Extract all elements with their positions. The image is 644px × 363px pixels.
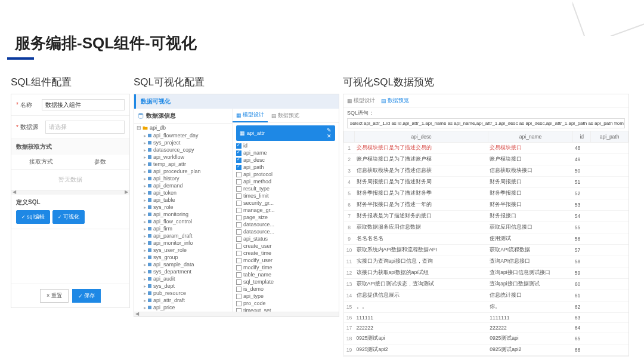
checkbox-icon[interactable] bbox=[236, 287, 242, 292]
tab-fetch-method[interactable]: 接取方式 bbox=[11, 155, 70, 170]
checkbox-icon[interactable] bbox=[236, 172, 242, 177]
table-row[interactable]: 1交易模块接口是为了描述交易的交易模块接口48 bbox=[344, 143, 628, 154]
field-item[interactable]: security_gr... bbox=[236, 199, 335, 207]
col-header[interactable]: api_path bbox=[591, 131, 628, 143]
table-item[interactable]: api_flowmeter_day bbox=[134, 132, 232, 139]
table-item[interactable]: api_audit bbox=[134, 275, 232, 282]
save-button[interactable]: ✓保存 bbox=[72, 289, 101, 303]
sql-editor-area[interactable] bbox=[11, 229, 129, 284]
table-item[interactable]: api_token bbox=[134, 189, 232, 196]
tab-data-preview[interactable]: ▤数据预览 bbox=[381, 97, 409, 104]
checkbox-icon[interactable] bbox=[236, 186, 242, 192]
checkbox-icon[interactable] bbox=[236, 229, 242, 235]
table-row[interactable]: 12该接口为获取api数据的api试组查询api接口信息测试接口59 bbox=[344, 267, 628, 279]
reset-button[interactable]: × 重置 bbox=[40, 289, 69, 303]
col-header[interactable]: api_name bbox=[488, 131, 572, 143]
checkbox-icon[interactable] bbox=[236, 143, 242, 149]
table-item[interactable]: api_firm bbox=[134, 225, 232, 232]
table-item[interactable]: pub_resource bbox=[134, 290, 232, 297]
table-row[interactable]: 2账户模块接口是为了描述账户模账户模块接口49 bbox=[344, 154, 628, 165]
checkbox-icon[interactable] bbox=[236, 208, 242, 213]
field-item[interactable]: modify_time bbox=[236, 264, 335, 271]
table-item[interactable]: api_monitoring bbox=[134, 211, 232, 218]
checkbox-icon[interactable] bbox=[236, 193, 242, 199]
btn-sql-edit[interactable]: ✓sql编辑 bbox=[16, 210, 50, 224]
table-row[interactable]: 10获取系统内API数据和流程数据API获取API流程数据57 bbox=[344, 245, 628, 256]
table-item[interactable]: api_attr_draft bbox=[134, 297, 232, 304]
field-item[interactable]: page_size bbox=[236, 214, 335, 221]
table-row[interactable]: 16111111111111163 bbox=[344, 313, 628, 323]
field-item[interactable]: datasource... bbox=[236, 221, 335, 228]
checkbox-icon[interactable] bbox=[236, 244, 242, 249]
checkbox-icon[interactable] bbox=[236, 265, 242, 270]
field-item[interactable]: api_protocol bbox=[236, 171, 335, 178]
field-item[interactable]: api_name bbox=[236, 149, 335, 156]
col-header[interactable] bbox=[344, 131, 355, 143]
table-row[interactable]: 1722222222222264 bbox=[344, 323, 628, 333]
checkbox-icon[interactable] bbox=[236, 201, 242, 206]
table-row[interactable]: 4财务周报接口是为了描述财务周财务周报接口51 bbox=[344, 177, 628, 188]
table-row[interactable]: 6财务半报接口是为了描述一年的财务半报接口53 bbox=[344, 199, 628, 211]
field-item[interactable]: times_limit bbox=[236, 192, 335, 199]
tab-data-preview[interactable]: ▤数据预览 bbox=[268, 109, 303, 122]
table-item[interactable]: sys_dept bbox=[134, 282, 232, 290]
field-item[interactable]: datasource... bbox=[236, 228, 335, 235]
checkbox-icon[interactable] bbox=[236, 222, 242, 227]
field-item[interactable]: timeout_set bbox=[236, 307, 335, 312]
field-item[interactable]: api_path bbox=[236, 164, 335, 171]
table-item[interactable]: api_history bbox=[134, 175, 232, 182]
table-row[interactable]: 3信息获取模块是为了描述信息获信息获取模块接口50 bbox=[344, 165, 628, 177]
tab-param[interactable]: 参数 bbox=[70, 155, 129, 170]
panel2-hscroll[interactable] bbox=[134, 312, 339, 316]
field-item[interactable]: result_type bbox=[236, 185, 335, 192]
table-item[interactable]: sys_project bbox=[134, 139, 232, 146]
hscroll[interactable] bbox=[11, 190, 129, 195]
table-row[interactable]: 13获取API接口测试状态，查询测试查询api接口数据测试60 bbox=[344, 279, 628, 290]
checkbox-icon[interactable] bbox=[236, 165, 242, 170]
field-item[interactable]: api_desc bbox=[236, 156, 335, 164]
table-item[interactable]: api_demand bbox=[134, 182, 232, 189]
table-row[interactable]: 5财务季报接口是为了描述财务季财务季报接口52 bbox=[344, 188, 628, 199]
table-row[interactable]: 190925测试api20925测试api266 bbox=[344, 344, 628, 356]
selected-table-chip[interactable]: ▦api_attr ✎ ✕ bbox=[236, 125, 335, 141]
table-item[interactable]: sys_role bbox=[134, 204, 232, 211]
checkbox-icon[interactable] bbox=[236, 258, 242, 263]
table-row[interactable]: 180925测试api0925测试api65 bbox=[344, 333, 628, 344]
checkbox-icon[interactable] bbox=[236, 294, 242, 299]
field-item[interactable]: sql_template bbox=[236, 278, 335, 285]
table-item[interactable]: sys_group bbox=[134, 254, 232, 261]
checkbox-icon[interactable] bbox=[236, 272, 242, 278]
table-item[interactable]: api_price bbox=[134, 304, 232, 311]
table-item[interactable]: api_monitor_info bbox=[134, 239, 232, 247]
field-item[interactable]: table_name bbox=[236, 271, 335, 278]
field-item[interactable]: modify_user bbox=[236, 257, 335, 264]
name-input[interactable] bbox=[42, 99, 125, 110]
checkbox-icon[interactable] bbox=[236, 279, 242, 285]
sql-text[interactable]: select api_attr_1.id as id,api_attr_1.ap… bbox=[347, 118, 625, 128]
table-row[interactable]: 8获取数据服务应用信息数据获取应用信息接口55 bbox=[344, 222, 628, 233]
table-item[interactable]: sys_user_role bbox=[134, 247, 232, 254]
db-root[interactable]: ⊟ api_db bbox=[134, 124, 232, 132]
table-item[interactable]: sys_department bbox=[134, 268, 232, 275]
field-item[interactable]: create_time bbox=[236, 250, 335, 257]
table-row[interactable]: 11实接口为查询api接口信息，查询查询API信息接口58 bbox=[344, 256, 628, 267]
table-item[interactable]: temp_api_attr bbox=[134, 161, 232, 168]
tab-model-design[interactable]: ▦模型设计 bbox=[347, 97, 375, 104]
checkbox-icon[interactable] bbox=[236, 215, 242, 220]
field-item[interactable]: api_method bbox=[236, 178, 335, 185]
checkbox-icon[interactable] bbox=[236, 158, 242, 163]
table-item[interactable]: api_workflow bbox=[134, 153, 232, 161]
field-item[interactable]: id bbox=[236, 142, 335, 149]
checkbox-icon[interactable] bbox=[236, 179, 242, 184]
table-item[interactable]: datasource_copy bbox=[134, 146, 232, 153]
close-icon[interactable]: ✕ bbox=[327, 133, 332, 139]
ds-select[interactable]: 请选择 bbox=[45, 121, 125, 134]
table-row[interactable]: 7财务报表是为了描述财务的接口财务报接口54 bbox=[344, 211, 628, 222]
field-item[interactable]: create_user bbox=[236, 242, 335, 250]
field-item[interactable]: manage_gr... bbox=[236, 207, 335, 214]
field-item[interactable]: api_type bbox=[236, 293, 335, 300]
field-item[interactable]: pro_code bbox=[236, 300, 335, 307]
table-item[interactable]: api_param_draft bbox=[134, 232, 232, 239]
table-row[interactable]: 14信息提供信息展示信息统计接口61 bbox=[344, 290, 628, 302]
checkbox-icon[interactable] bbox=[236, 150, 242, 156]
